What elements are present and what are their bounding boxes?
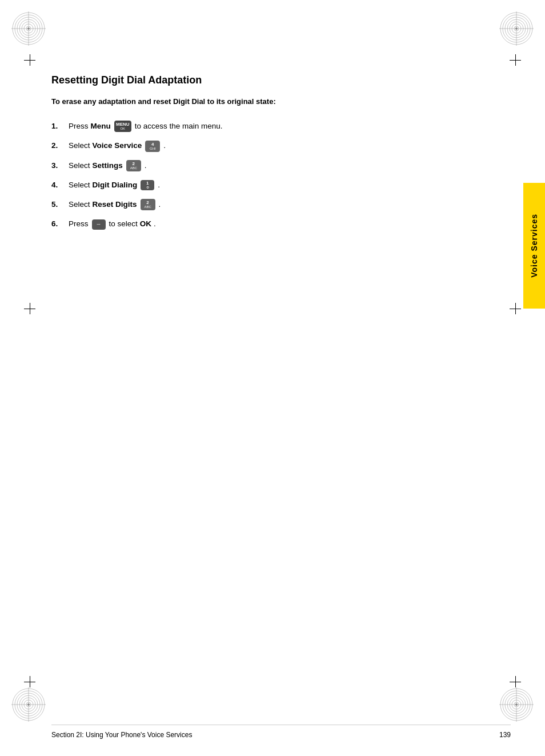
step-number: 6. bbox=[51, 218, 69, 230]
step-number: 4. bbox=[51, 179, 69, 191]
svg-point-29 bbox=[27, 703, 30, 706]
menu-key-icon: MENU OK bbox=[114, 121, 131, 132]
corner-decoration-tl bbox=[11, 11, 46, 46]
step-bold: Reset Digits bbox=[93, 199, 137, 210]
dots-key-icon: ··· bbox=[92, 219, 106, 230]
step-bold: Digit Dialing bbox=[93, 179, 138, 191]
page-title: Resetting Digit Dial Adaptation bbox=[51, 74, 511, 86]
step-content: Press ··· to select OK . bbox=[69, 218, 511, 230]
steps-list: 1. Press Menu MENU OK to access the main… bbox=[51, 121, 511, 230]
step-number: 3. bbox=[51, 160, 69, 171]
step-text: to access the main menu. bbox=[135, 121, 223, 132]
main-content: Resetting Digit Dial Adaptation To erase… bbox=[51, 74, 511, 699]
step-bold: OK bbox=[140, 218, 151, 230]
svg-point-9 bbox=[27, 27, 30, 30]
step-text: . bbox=[159, 199, 161, 210]
step-bold: Settings bbox=[93, 160, 123, 171]
step-text: Press bbox=[69, 121, 89, 132]
step-number: 5. bbox=[51, 199, 69, 210]
footer-page-number: 139 bbox=[499, 731, 511, 739]
list-item: 1. Press Menu MENU OK to access the main… bbox=[51, 121, 511, 132]
num2-key-icon: 2 ABC bbox=[126, 160, 141, 171]
step-text: . bbox=[158, 179, 160, 191]
subtitle: To erase any adaptation and reset Digit … bbox=[51, 97, 511, 107]
step-number: 2. bbox=[51, 140, 69, 151]
step-text: Press bbox=[69, 218, 89, 230]
step-content: Select Settings 2 ABC . bbox=[69, 160, 511, 171]
svg-point-19 bbox=[515, 27, 518, 30]
list-item: 5. Select Reset Digits 2 ABC . bbox=[51, 199, 511, 210]
list-item: 4. Select Digit Dialing 1 ⚙ . bbox=[51, 179, 511, 191]
footer-left: Section 2I: Using Your Phone's Voice Ser… bbox=[51, 731, 192, 739]
crosshair-br3 bbox=[510, 676, 521, 687]
step-bold: Voice Service bbox=[93, 140, 142, 151]
list-item: 6. Press ··· to select OK . bbox=[51, 218, 511, 230]
num4-key-icon: 4 GHI bbox=[145, 141, 160, 152]
svg-point-39 bbox=[515, 703, 518, 706]
step-content: Select Reset Digits 2 ABC . bbox=[69, 199, 511, 210]
step-text: Select bbox=[69, 199, 90, 210]
step-content: Select Digit Dialing 1 ⚙ . bbox=[69, 179, 511, 191]
step-text: to select bbox=[109, 218, 138, 230]
side-tab-label: Voice Services bbox=[530, 214, 539, 278]
step-number: 1. bbox=[51, 121, 69, 132]
step-content: Select Voice Service 4 GHI . bbox=[69, 140, 511, 151]
step-text: Select bbox=[69, 160, 90, 171]
crosshair-bl2 bbox=[24, 303, 35, 314]
crosshair-br2 bbox=[510, 303, 521, 314]
side-tab: Voice Services bbox=[523, 183, 545, 309]
corner-decoration-tr bbox=[499, 11, 534, 46]
step-text: Select bbox=[69, 179, 90, 191]
list-item: 3. Select Settings 2 ABC . bbox=[51, 160, 511, 171]
step-bold: Menu bbox=[91, 121, 111, 132]
step-text: Select bbox=[69, 140, 90, 151]
crosshair-tr bbox=[510, 54, 521, 66]
step-content: Press Menu MENU OK to access the main me… bbox=[69, 121, 511, 132]
step-text: . bbox=[154, 218, 156, 230]
crosshair-tl bbox=[24, 54, 35, 66]
footer: Section 2I: Using Your Phone's Voice Ser… bbox=[51, 725, 511, 739]
num2b-key-icon: 2 ABC bbox=[141, 199, 155, 210]
list-item: 2. Select Voice Service 4 GHI . bbox=[51, 140, 511, 151]
step-text: . bbox=[163, 140, 166, 151]
step-text: . bbox=[145, 160, 147, 171]
corner-decoration-bl bbox=[11, 687, 46, 722]
num1-key-icon: 1 ⚙ bbox=[141, 180, 154, 190]
crosshair-bl3 bbox=[24, 676, 35, 687]
